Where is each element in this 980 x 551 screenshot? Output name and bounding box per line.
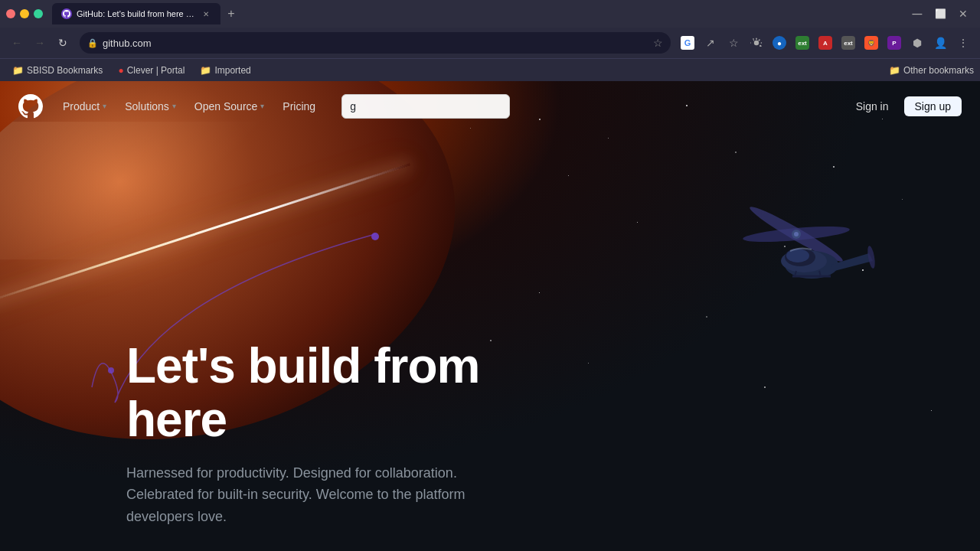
menu-icon[interactable]: ⋮ [952,32,974,54]
tab-favicon [61,8,72,19]
svg-point-13 [794,232,799,236]
back-button[interactable]: ← [6,32,28,54]
address-bar-input-wrap[interactable]: 🔒 github.com ☆ [80,32,671,54]
hero-headline: Let's build from here [126,339,521,447]
tabs-area: GitHub: Let's build from here · G ✕ + [52,3,903,24]
share-icon[interactable]: ↗ [700,32,721,54]
bookmark-imported-label: Imported [214,65,250,76]
bookmark-sbisd-label: SBISD Bookmarks [27,65,103,76]
bookmark-clever-label: Clever | Portal [127,65,185,76]
bookmark-clever[interactable]: ● Clever | Portal [112,63,191,78]
nav-product[interactable]: Product ▾ [55,96,114,117]
browser-chrome: GitHub: Let's build from here · G ✕ + ─ … [0,0,980,81]
ext-blue-icon[interactable]: ● [769,32,790,54]
product-chevron-icon: ▾ [103,102,106,110]
close-window-icon[interactable]: ✕ [952,3,974,24]
profile-icon[interactable]: 👤 [929,32,951,54]
bookmarks-bar: 📁 SBISD Bookmarks ● Clever | Portal 📁 Im… [0,58,980,81]
ext-gray-icon[interactable]: ext [838,32,859,54]
signin-button[interactable]: Sign in [847,96,898,116]
github-navbar: Product ▾ Solutions ▾ Open Source ▾ Pric… [0,81,980,131]
github-search-input[interactable] [341,94,510,119]
address-text: github.com [103,37,648,49]
opensource-chevron-icon: ▾ [260,102,264,110]
new-tab-button[interactable]: + [222,5,240,23]
star-icon[interactable]: ☆ [723,32,744,54]
nav-product-label: Product [63,100,100,112]
google-icon[interactable]: G [677,32,698,54]
extension-puzzle-icon[interactable] [746,32,767,54]
svg-point-7 [786,249,809,262]
clever-icon: ● [118,65,123,76]
nav-solutions-label: Solutions [125,100,169,112]
nav-buttons: ← → ↻ [6,32,74,54]
nav-pricing[interactable]: Pricing [275,96,323,117]
drone-illustration [735,188,919,341]
window-minimize-button[interactable] [20,9,29,18]
brave-shield-icon[interactable]: 🦁 [861,32,882,54]
forward-button[interactable]: → [29,32,51,54]
imported-folder-icon: 📁 [200,65,211,76]
nav-pricing-label: Pricing [283,100,315,112]
tab-title: GitHub: Let's build from here · G [77,9,196,18]
nav-open-source-label: Open Source [194,100,258,112]
tab-close-button[interactable]: ✕ [201,8,211,19]
window-close-button[interactable] [6,9,15,18]
nav-solutions[interactable]: Solutions ▾ [117,96,184,117]
address-bar: ← → ↻ 🔒 github.com ☆ G ↗ ☆ ● ext [0,28,980,58]
bookmarks-right: 📁 Other bookmarks [889,65,974,76]
folder-right-icon: 📁 [889,65,900,76]
bookmark-star-icon[interactable]: ☆ [653,37,663,49]
hero-subtext: Harnessed for productivity. Designed for… [126,462,521,528]
bookmark-sbisd[interactable]: 📁 SBISD Bookmarks [6,63,109,78]
github-nav-items: Product ▾ Solutions ▾ Open Source ▾ Pric… [55,96,323,117]
lock-icon: 🔒 [87,38,98,48]
window-controls [6,9,43,18]
minimize-icon[interactable]: ─ [906,3,928,24]
toolbar-icons: G ↗ ☆ ● ext A ext 🦁 P [677,32,974,54]
other-bookmarks-label: Other bookmarks [903,65,974,76]
nav-open-source[interactable]: Open Source ▾ [187,96,273,117]
solutions-chevron-icon: ▾ [172,102,176,110]
extensions-button[interactable]: ⬢ [906,32,928,54]
restore-icon[interactable]: ⬜ [929,3,951,24]
ext-red-icon[interactable]: A [815,32,836,54]
ext-green-icon[interactable]: ext [792,32,813,54]
browser-tab-active[interactable]: GitHub: Let's build from here · G ✕ [52,3,220,24]
github-logo[interactable] [18,94,43,119]
folder-icon: 📁 [12,65,24,76]
github-page: Product ▾ Solutions ▾ Open Source ▾ Pric… [0,81,980,551]
github-search[interactable] [341,94,510,119]
planet-highlight [0,122,338,259]
reload-button[interactable]: ↻ [52,32,74,54]
title-bar: GitHub: Let's build from here · G ✕ + ─ … [0,0,980,28]
bookmark-imported[interactable]: 📁 Imported [194,63,256,78]
signup-button[interactable]: Sign up [904,96,962,116]
github-auth-buttons: Sign in Sign up [847,96,962,116]
window-maximize-button[interactable] [34,9,43,18]
ext-purple-icon[interactable]: P [884,32,905,54]
hero-content: Let's build from here Harnessed for prod… [126,339,521,528]
